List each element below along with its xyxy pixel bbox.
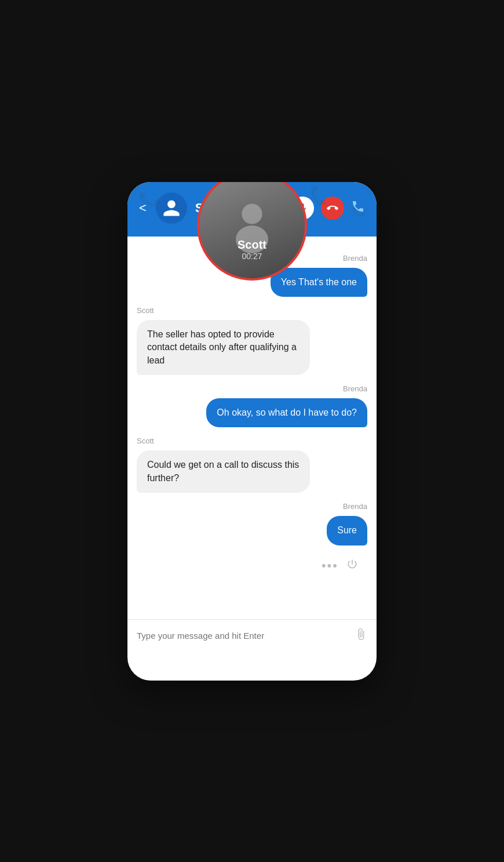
message-input[interactable] <box>137 631 349 641</box>
msg-label-brenda-2: Brenda <box>137 384 367 393</box>
message-row: Could we get on a call to discuss this f… <box>137 450 367 493</box>
message-bubble: Could we get on a call to discuss this f… <box>137 450 310 493</box>
chat-controls: ••• <box>137 555 367 576</box>
message-bubble: Oh okay, so what do I have to do? <box>206 398 367 427</box>
avatar <box>156 192 187 224</box>
svg-point-0 <box>242 203 262 224</box>
phone-container: Scott 00:27 📞 📞 📞 📞 < Scott <box>127 182 377 681</box>
call-photo <box>199 182 305 278</box>
back-button[interactable]: < <box>139 201 147 216</box>
attach-icon[interactable] <box>355 628 367 644</box>
msg-label-scott-1: Scott <box>137 306 367 315</box>
power-icon[interactable] <box>346 558 358 573</box>
call-contact-name: Scott <box>199 238 305 252</box>
message-row: The seller has opted to provide contact … <box>137 320 367 375</box>
message-bubble: The seller has opted to provide contact … <box>137 320 310 375</box>
msg-label-scott-2: Scott <box>137 437 367 445</box>
phone-icon <box>351 199 365 217</box>
more-options-icon[interactable]: ••• <box>322 558 338 573</box>
message-bubble: Sure <box>327 516 367 545</box>
chat-body: Brenda Yes That's the one Scott The sell… <box>127 237 377 619</box>
end-call-button[interactable] <box>321 197 344 220</box>
message-row: Oh okay, so what do I have to do? <box>137 398 367 427</box>
call-card: Scott 00:27 <box>197 182 307 281</box>
msg-label-brenda-3: Brenda <box>137 502 367 511</box>
chat-input-area[interactable] <box>127 619 377 652</box>
message-row: Sure <box>137 516 367 545</box>
call-timer: 00:27 <box>199 252 305 261</box>
